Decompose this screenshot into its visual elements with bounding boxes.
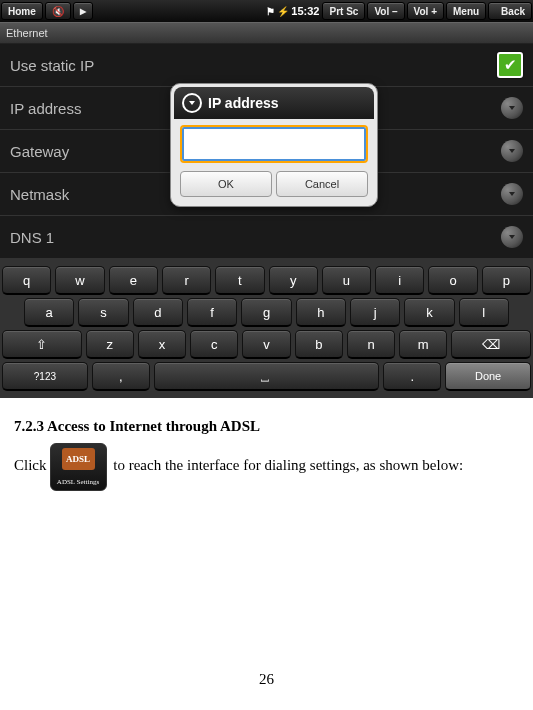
dialog-icon	[182, 93, 202, 113]
key-period[interactable]: .	[383, 362, 441, 391]
key-y[interactable]: y	[269, 266, 318, 295]
checkbox-checked-icon[interactable]: ✔	[497, 52, 523, 78]
key-t[interactable]: t	[215, 266, 264, 295]
key-backspace[interactable]: ⌫	[451, 330, 531, 359]
key-k[interactable]: k	[404, 298, 454, 327]
statusbar-play-icon[interactable]: ▶	[73, 2, 93, 20]
key-x[interactable]: x	[138, 330, 186, 359]
key-n[interactable]: n	[347, 330, 395, 359]
key-p[interactable]: p	[482, 266, 531, 295]
on-screen-keyboard: qwertyuiop asdfghjkl ⇧ zxcvbnm ⌫ ?123 , …	[0, 259, 533, 398]
key-m[interactable]: m	[399, 330, 447, 359]
dialog-title: IP address	[208, 95, 279, 111]
key-i[interactable]: i	[375, 266, 424, 295]
row-use-static-ip[interactable]: Use static IP ✔	[0, 44, 533, 87]
page-number: 26	[0, 671, 533, 698]
key-q[interactable]: q	[2, 266, 51, 295]
chevron-down-icon[interactable]	[501, 183, 523, 205]
key-s[interactable]: s	[78, 298, 128, 327]
key-v[interactable]: v	[242, 330, 290, 359]
chevron-down-icon[interactable]	[501, 226, 523, 248]
key-o[interactable]: o	[428, 266, 477, 295]
statusbar-time: 15:32	[291, 5, 319, 17]
adsl-icon-caption: ADSL Settings	[51, 478, 106, 488]
key-b[interactable]: b	[295, 330, 343, 359]
dialog-ok-button[interactable]: OK	[180, 171, 272, 197]
key-u[interactable]: u	[322, 266, 371, 295]
key-space[interactable]: ⎵	[154, 362, 380, 391]
statusbar-mute-icon[interactable]: 🔇	[45, 2, 71, 20]
printscreen-button[interactable]: Prt Sc	[322, 2, 365, 20]
volume-down-button[interactable]: Vol –	[367, 2, 404, 20]
doc-text: Click	[14, 457, 47, 473]
menu-button[interactable]: Menu	[446, 2, 486, 20]
key-j[interactable]: j	[350, 298, 400, 327]
document-body: 7.2.3 Access to Internet through ADSL Cl…	[0, 398, 533, 501]
row-dns1[interactable]: DNS 1	[0, 216, 533, 259]
row-label: IP address	[10, 100, 81, 117]
statusbar-indicator-icon: ⚑	[266, 6, 275, 17]
back-button[interactable]: Back	[488, 2, 532, 20]
key-d[interactable]: d	[133, 298, 183, 327]
key-w[interactable]: w	[55, 266, 104, 295]
ip-address-dialog: IP address OK Cancel	[170, 83, 378, 207]
adsl-settings-icon: ADSL ADSL Settings	[50, 443, 107, 491]
row-label: Gateway	[10, 143, 69, 160]
key-g[interactable]: g	[241, 298, 291, 327]
key-done[interactable]: Done	[445, 362, 531, 391]
dialog-cancel-button[interactable]: Cancel	[276, 171, 368, 197]
statusbar-battery-icon: ⚡	[277, 6, 289, 17]
key-l[interactable]: l	[459, 298, 509, 327]
home-button[interactable]: Home	[1, 2, 43, 20]
key-a[interactable]: a	[24, 298, 74, 327]
chevron-down-icon[interactable]	[501, 97, 523, 119]
row-label: Netmask	[10, 186, 69, 203]
chevron-down-icon[interactable]	[501, 140, 523, 162]
screen-title: Ethernet	[0, 22, 533, 44]
status-bar: Home 🔇 ▶ ⚑ ⚡ 15:32 Prt Sc Vol – Vol + Me…	[0, 0, 533, 22]
key-r[interactable]: r	[162, 266, 211, 295]
key-symbols[interactable]: ?123	[2, 362, 88, 391]
key-h[interactable]: h	[296, 298, 346, 327]
key-shift[interactable]: ⇧	[2, 330, 82, 359]
key-c[interactable]: c	[190, 330, 238, 359]
volume-up-button[interactable]: Vol +	[407, 2, 444, 20]
section-heading: 7.2.3 Access to Internet through ADSL	[14, 418, 519, 435]
doc-text: to reach the interface for dialing setti…	[110, 457, 464, 473]
key-comma[interactable]: ,	[92, 362, 150, 391]
key-e[interactable]: e	[109, 266, 158, 295]
dialog-text-input[interactable]	[182, 127, 366, 161]
adsl-icon-label: ADSL	[62, 448, 95, 470]
key-f[interactable]: f	[187, 298, 237, 327]
row-label: Use static IP	[10, 57, 94, 74]
row-label: DNS 1	[10, 229, 54, 246]
key-z[interactable]: z	[86, 330, 134, 359]
